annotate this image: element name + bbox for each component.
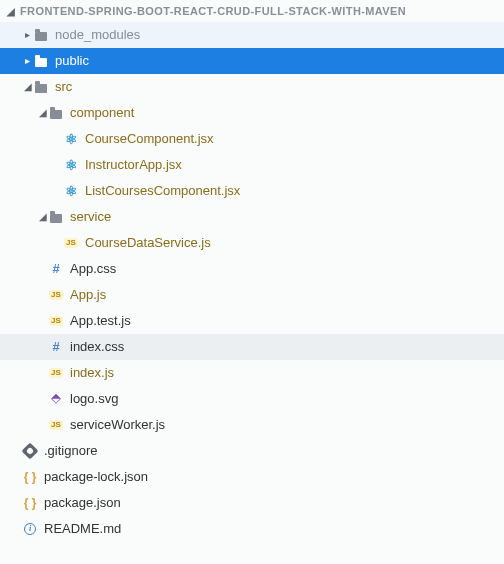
chevron-down-icon: ◢ <box>22 74 33 100</box>
tree-item-label: package.json <box>44 490 121 516</box>
tree-item-label: serviceWorker.js <box>70 412 165 438</box>
js-icon: JS <box>48 287 64 303</box>
chevron-right-icon: ▸ <box>22 22 33 48</box>
tree-item-pkglock[interactable]: { }package-lock.json <box>0 464 504 490</box>
tree-item-listcourses[interactable]: ⚛ListCoursesComponent.jsx <box>0 178 504 204</box>
arrow-spacer <box>37 334 48 360</box>
tree-item-label: App.js <box>70 282 106 308</box>
js-icon: JS <box>48 417 64 433</box>
tree-item-appjs[interactable]: JSApp.js <box>0 282 504 308</box>
arrow-spacer <box>37 360 48 386</box>
hash-icon: # <box>48 261 64 277</box>
react-icon: ⚛ <box>63 131 79 147</box>
folder-icon <box>33 53 49 69</box>
tree-item-label: logo.svg <box>70 386 118 412</box>
arrow-spacer <box>37 308 48 334</box>
tree-item-apptest[interactable]: JSApp.test.js <box>0 308 504 334</box>
tree-item-label: README.md <box>44 516 121 542</box>
tree-item-label: index.js <box>70 360 114 386</box>
react-icon: ⚛ <box>63 183 79 199</box>
tree-item-indexjs[interactable]: JSindex.js <box>0 360 504 386</box>
arrow-spacer <box>37 412 48 438</box>
tree-item-label: src <box>55 74 72 100</box>
arrow-spacer <box>52 152 63 178</box>
tree-item-label: App.test.js <box>70 308 131 334</box>
react-icon: ⚛ <box>63 157 79 173</box>
arrow-spacer <box>37 282 48 308</box>
js-icon: JS <box>63 235 79 251</box>
arrow-spacer <box>52 230 63 256</box>
arrow-spacer <box>37 256 48 282</box>
arrow-spacer <box>52 126 63 152</box>
tree-item-label: component <box>70 100 134 126</box>
js-icon: JS <box>48 365 64 381</box>
tree-item-pkg[interactable]: { }package.json <box>0 490 504 516</box>
tree-item-label: App.css <box>70 256 116 282</box>
tree-item-public[interactable]: ▸public <box>0 48 504 74</box>
tree-item-gitignore[interactable]: .gitignore <box>0 438 504 464</box>
tree-item-src[interactable]: ◢src <box>0 74 504 100</box>
folder-icon <box>48 105 64 121</box>
svg-icon: ⬘ <box>48 391 64 407</box>
tree-item-component[interactable]: ◢component <box>0 100 504 126</box>
tree-item-label: node_modules <box>55 22 140 48</box>
chevron-down-icon: ◢ <box>37 204 48 230</box>
tree-item-label: service <box>70 204 111 230</box>
git-icon <box>22 443 38 459</box>
tree-item-node_modules[interactable]: ▸node_modules <box>0 22 504 48</box>
tree-item-label: InstructorApp.jsx <box>85 152 182 178</box>
tree-item-label: ListCoursesComponent.jsx <box>85 178 240 204</box>
project-title: FRONTEND-SPRING-BOOT-REACT-CRUD-FULL-STA… <box>20 5 406 17</box>
arrow-spacer <box>52 178 63 204</box>
braces-icon: { } <box>22 495 38 511</box>
tree-item-sw[interactable]: JSserviceWorker.js <box>0 412 504 438</box>
folder-icon <box>48 209 64 225</box>
chevron-right-icon: ▸ <box>22 48 33 74</box>
tree-item-label: CourseDataService.js <box>85 230 211 256</box>
tree-item-logosvg[interactable]: ⬘logo.svg <box>0 386 504 412</box>
tree-item-label: public <box>55 48 89 74</box>
tree-item-coursedata[interactable]: JSCourseDataService.js <box>0 230 504 256</box>
braces-icon: { } <box>22 469 38 485</box>
tree-item-indexcss[interactable]: #index.css <box>0 334 504 360</box>
file-tree: ▸node_modules▸public◢src◢component ⚛Cour… <box>0 22 504 542</box>
chevron-down-icon: ◢ <box>37 100 48 126</box>
hash-icon: # <box>48 339 64 355</box>
info-icon: i <box>22 521 38 537</box>
folder-icon <box>33 27 49 43</box>
tree-item-coursecomp[interactable]: ⚛CourseComponent.jsx <box>0 126 504 152</box>
js-icon: JS <box>48 313 64 329</box>
tree-item-label: package-lock.json <box>44 464 148 490</box>
tree-item-readme[interactable]: iREADME.md <box>0 516 504 542</box>
tree-item-instructor[interactable]: ⚛InstructorApp.jsx <box>0 152 504 178</box>
tree-item-service[interactable]: ◢service <box>0 204 504 230</box>
arrow-spacer <box>37 386 48 412</box>
tree-item-label: index.css <box>70 334 124 360</box>
chevron-down-icon: ◢ <box>6 6 17 17</box>
tree-item-label: .gitignore <box>44 438 97 464</box>
tree-item-label: CourseComponent.jsx <box>85 126 214 152</box>
folder-icon <box>33 79 49 95</box>
project-title-row[interactable]: ◢ FRONTEND-SPRING-BOOT-REACT-CRUD-FULL-S… <box>0 0 504 22</box>
tree-item-appcss[interactable]: #App.css <box>0 256 504 282</box>
